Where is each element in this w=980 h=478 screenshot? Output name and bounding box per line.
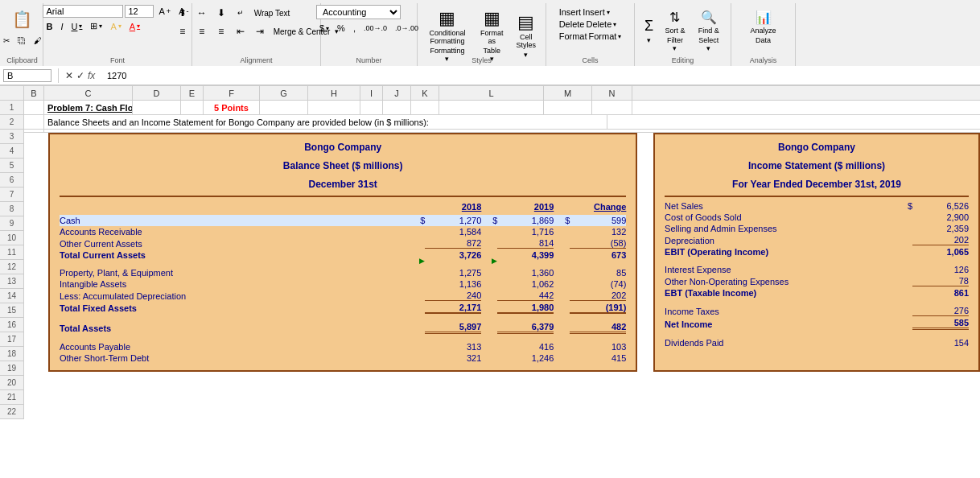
bs-row-tfa[interactable]: Total Fixed Assets 2,171 1,980 (191) [60,302,626,315]
bs-row-lad[interactable]: Less: Accumulated Depreciation 240 442 2… [60,290,626,302]
col-header-j[interactable]: J [383,86,411,100]
is-row-it[interactable]: Income Taxes 276 [665,305,969,317]
col-header-h[interactable]: H [308,86,360,100]
copy-button[interactable]: ⿻ [14,35,29,46]
cell-b2[interactable] [24,115,44,129]
fill-color-button[interactable]: A ▾ [107,21,124,32]
is-row-ebt[interactable]: EBT (Taxable Income) 861 [665,287,969,299]
is-val-it: 276 [912,306,969,316]
bs-row-cash[interactable]: Cash $ 1,270 $ 1,869 $ 599 [60,215,626,226]
is-currency-net-sales: $ [896,201,912,211]
font-color-button[interactable]: A ▾ [126,21,143,32]
cell-n1[interactable] [592,101,632,114]
comma-button[interactable]: , [350,23,359,34]
col-header-n[interactable]: N [592,86,632,100]
text-wrap-button[interactable]: ↵ [232,5,249,21]
is-row-ni[interactable]: Net Income 585 [665,317,969,331]
cancel-formula-button[interactable]: ✕ [65,70,73,81]
col-header-m[interactable]: M [544,86,592,100]
cell-c2[interactable]: Balance Sheets and an Income Statement f… [44,115,607,129]
paste-button[interactable]: 📋 [6,5,39,34]
number-format-select[interactable]: Accounting General Number Currency Perce… [316,5,401,19]
income-statement-table: Bongo Company Income Statement ($ millio… [653,133,980,372]
cell-g1[interactable] [260,101,308,114]
currency-button[interactable]: $▾ [316,23,332,34]
align-middle-button[interactable]: ↔ [193,5,211,21]
percent-button[interactable]: % [334,23,348,34]
is-row-onoe[interactable]: Other Non-Operating Expenses 78 [665,275,969,287]
conditional-formatting-button[interactable]: ▦ Conditional Formatting Formatting ▾ [422,8,472,64]
align-bottom-button[interactable]: ⬇ [212,5,230,21]
is-row-dep[interactable]: Depreciation 202 [665,234,969,246]
font-name-input[interactable] [43,5,123,18]
insert-button[interactable]: InsertInsert ▾ [556,6,625,18]
decrease-decimal-button[interactable]: .00→.0 [360,23,390,33]
col-header-k[interactable]: K [411,86,439,100]
align-center-button[interactable]: ≡ [193,23,211,39]
bs-val-ostd-change: 415 [570,353,626,363]
bs-val-lad-2018: 240 [425,291,481,301]
cell-l1[interactable] [439,101,544,114]
cell-e1[interactable] [181,101,204,114]
bs-row-ar[interactable]: Accounts Receivable 1,584 1,716 132 [60,226,626,237]
col-header-c[interactable]: C [44,86,133,100]
col-header-b[interactable]: B [24,86,44,100]
cell-f1[interactable]: 5 Points [204,101,260,114]
col-header-f[interactable]: F [204,86,260,100]
sort-filter-button[interactable]: ⇅ Sort & Filter ▾ [660,8,690,54]
name-box[interactable] [3,69,51,82]
analyze-data-button[interactable]: 📊 Analyze Data [745,8,780,46]
align-right-button[interactable]: ≡ [212,23,230,39]
increase-font-button[interactable]: A+ [155,6,174,17]
is-label-dep: Depreciation [665,236,896,245]
cell-j1[interactable] [383,101,411,114]
col-header-e[interactable]: E [181,86,204,100]
align-top-button[interactable]: ⬆ [174,5,191,21]
italic-button[interactable]: I [57,21,66,32]
is-row-cogs[interactable]: Cost of Goods Sold 2,900 [665,212,969,223]
format-cells-button[interactable]: FormatFormat ▾ [556,31,625,42]
formula-input[interactable] [107,71,977,80]
is-row-net-sales[interactable]: Net Sales $ 6,526 [665,200,969,212]
col-header-i[interactable]: I [360,86,383,100]
increase-indent-button[interactable]: ⇥ [251,23,269,39]
bs-row-ta[interactable]: Total Assets 5,897 6,379 482 [60,321,626,335]
col-header-d[interactable]: D [133,86,181,100]
col-header-l[interactable]: L [439,86,544,100]
bs-row-ap[interactable]: Accounts Payable 313 416 103 [60,341,626,352]
format-painter-button[interactable]: 🖌 [31,35,45,46]
bs-row-oca[interactable]: Other Current Assets 872 814 (58) [60,237,626,249]
cell-c1[interactable]: Problem 7: Cash Flow Statement [44,101,133,114]
decrease-indent-button[interactable]: ⇤ [232,23,249,39]
underline-button[interactable]: U ▾ [68,21,85,32]
cell-b1[interactable] [24,101,44,114]
cell-d1[interactable] [133,101,181,114]
delete-button[interactable]: DeleteDelete ▾ [556,19,625,30]
cell-i1[interactable] [360,101,383,114]
is-row-sae[interactable]: Selling and Admin Expenses 2,359 [665,223,969,234]
wrap-text-button[interactable]: Wrap Text [251,8,294,19]
bs-row-ia[interactable]: Intangible Assets 1,136 1,062 (74) [60,278,626,290]
sum-button[interactable]: Σ ▾ [640,16,658,46]
border-button[interactable]: ⊞ ▾ [87,20,105,32]
confirm-formula-button[interactable]: ✓ [76,70,84,81]
cell-m1[interactable] [544,101,592,114]
cell-styles-button[interactable]: ▤ Cell Styles ▾ [511,12,541,60]
bs-row-tca[interactable]: Total Current Assets ▶ 3,726 ▶ 4,399 673 [60,249,626,261]
cut-button[interactable]: ✂ [0,35,13,46]
cell-k1[interactable] [411,101,439,114]
is-row-ebit[interactable]: EBIT (Operating Income) 1,065 [665,246,969,258]
is-row-ie[interactable]: Interest Expense 126 [665,264,969,275]
find-select-button[interactable]: 🔍 Find & Select ▾ [692,8,726,54]
bs-row-ppe[interactable]: Property, Plant, & Equipment 1,275 1,360… [60,267,626,278]
col-header-g[interactable]: G [260,86,308,100]
cell-b3[interactable] [24,130,44,132]
bold-button[interactable]: B [43,21,56,32]
cell-h1[interactable] [308,101,360,114]
bs-row-ostd[interactable]: Other Short-Term Debt 321 1,246 415 [60,352,626,364]
font-size-input[interactable] [125,5,154,18]
align-left-button[interactable]: ≡ [174,23,191,39]
is-row-div[interactable]: Dividends Paid 154 [665,337,969,348]
is-subtitle: For Year Ended December 31st, 2019 [665,178,969,192]
row-num-16: 16 [0,318,23,332]
